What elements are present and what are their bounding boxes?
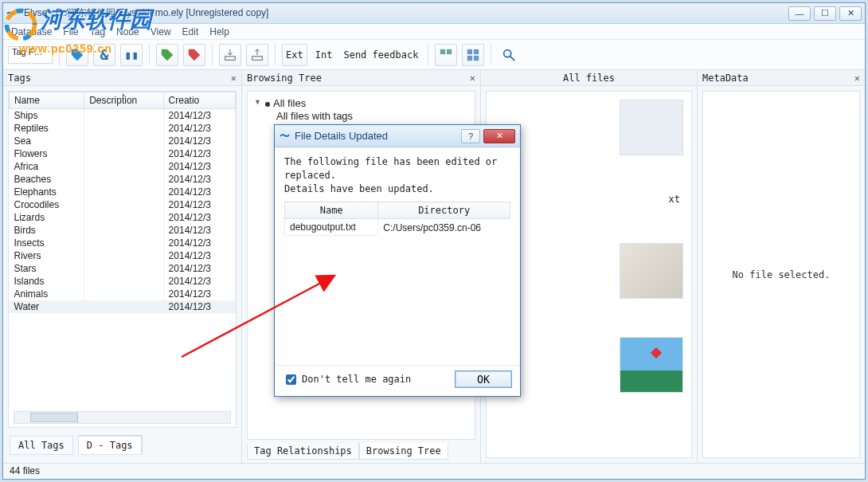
tab-d-tags[interactable]: D - Tags — [78, 436, 142, 455]
dont-tell-input[interactable] — [286, 374, 296, 385]
menu-database[interactable]: Database — [11, 26, 52, 37]
tool-view2-button[interactable] — [462, 44, 484, 66]
file-thumbnail[interactable] — [620, 337, 683, 393]
table-row[interactable]: Insects2014/12/3 — [10, 237, 236, 249]
menu-node[interactable]: Node — [116, 26, 139, 37]
table-row[interactable]: Ships2014/12/3 — [10, 109, 236, 123]
dialog-titlebar[interactable]: 〜 File Details Updated ? ✕ — [275, 125, 520, 147]
maximize-button[interactable]: ☐ — [814, 6, 836, 21]
table-row[interactable]: Water2014/12/3 — [10, 300, 236, 313]
cell-name: Rivers — [10, 249, 84, 262]
tree-pane-close-icon[interactable]: ✕ — [470, 72, 475, 84]
toolbar-sep — [275, 45, 276, 65]
table-row[interactable]: Elephants2014/12/3 — [10, 186, 236, 198]
tags-col-description[interactable]: ▴Description — [84, 92, 163, 109]
menu-file[interactable]: File — [63, 26, 78, 37]
tab-browsing-tree[interactable]: Browsing Tree — [359, 443, 448, 460]
table-row[interactable]: Flowers2014/12/3 — [10, 147, 236, 160]
tool-tag-green-button[interactable] — [156, 44, 178, 66]
table-row[interactable]: Sea2014/12/3 — [10, 135, 236, 147]
cell-date: 2014/12/3 — [163, 186, 235, 198]
svg-rect-4 — [467, 49, 472, 53]
tags-pane-close-icon[interactable]: ✕ — [231, 72, 237, 84]
dialog-close-button[interactable]: ✕ — [483, 129, 515, 143]
file-name-fragment: xt — [669, 194, 683, 205]
cell-date: 2014/12/3 — [163, 135, 235, 147]
scrollbar-thumb[interactable] — [30, 413, 78, 422]
tool-search-button[interactable] — [498, 44, 520, 66]
cell-name: Birds — [10, 224, 84, 237]
dialog-col-name[interactable]: Name — [285, 202, 378, 219]
tool-tag-red-button[interactable] — [183, 44, 205, 66]
tool-export-button[interactable] — [246, 44, 268, 66]
tags-pane: Tags ✕ Name ▴Description Creatio Ships20… — [3, 70, 242, 463]
table-row[interactable]: Animals2014/12/3 — [10, 288, 236, 300]
table-row[interactable]: Reptiles2014/12/3 — [10, 122, 236, 135]
cell-desc — [84, 237, 163, 249]
metadata-pane-close-icon[interactable]: ✕ — [854, 72, 860, 84]
tags-hscrollbar[interactable] — [14, 411, 231, 424]
tab-tag-relationships[interactable]: Tag Relationships — [247, 443, 359, 460]
close-button[interactable]: ✕ — [839, 6, 862, 21]
cell-date: 2014/12/3 — [163, 122, 235, 135]
table-row[interactable]: Birds2014/12/3 — [10, 224, 236, 237]
dialog-row[interactable]: debugoutput.txt C:/Users/pc0359.cn-06 — [285, 219, 510, 236]
svg-point-8 — [504, 49, 511, 57]
cell-desc — [84, 186, 163, 198]
tags-col-name[interactable]: Name — [10, 92, 84, 109]
tags-table[interactable]: Name ▴Description Creatio Ships2014/12/3… — [9, 92, 236, 313]
toolbar-sep — [491, 45, 491, 65]
cell-name: Lizards — [10, 211, 84, 224]
tool-int-button[interactable]: Int — [312, 44, 336, 66]
metadata-empty-text: No file selected. — [733, 269, 831, 280]
cell-name: Flowers — [10, 147, 84, 160]
tool-ampersand-button[interactable]: & — [93, 44, 115, 66]
dialog-cell-name: debugoutput.txt — [285, 219, 378, 236]
tool-view1-button[interactable] — [435, 44, 457, 66]
tool-ext-button[interactable]: Ext — [282, 44, 307, 66]
tree-node-all-files[interactable]: All files — [254, 96, 468, 110]
titlebar[interactable]: 〜 Elyse - D:/河东软件园/Elyse/demo.ely [Unreg… — [3, 3, 865, 24]
table-row[interactable]: Stars2014/12/3 — [10, 262, 236, 275]
tool-tag-blue-button[interactable] — [66, 44, 88, 66]
cell-desc — [84, 262, 163, 275]
cell-desc — [84, 173, 163, 186]
cell-date: 2014/12/3 — [163, 198, 235, 211]
svg-rect-7 — [474, 55, 479, 60]
cell-date: 2014/12/3 — [163, 275, 235, 288]
table-row[interactable]: Lizards2014/12/3 — [10, 211, 236, 224]
tool-send-feedback-button[interactable]: Send feedback — [340, 44, 421, 66]
svg-rect-6 — [467, 55, 472, 60]
menu-edit[interactable]: Edit — [182, 26, 199, 37]
tree-node[interactable]: All files with tags — [254, 110, 468, 122]
file-thumbnail[interactable] — [620, 243, 683, 299]
tool-import-button[interactable] — [219, 44, 241, 66]
svg-rect-0 — [225, 56, 236, 60]
menu-help[interactable]: Help — [209, 26, 229, 37]
svg-rect-1 — [252, 56, 263, 60]
minimize-button[interactable]: — — [788, 6, 811, 21]
toolbar-sep — [212, 45, 213, 65]
table-row[interactable]: Africa2014/12/3 — [10, 160, 236, 173]
dialog-help-button[interactable]: ? — [461, 129, 480, 143]
tag-filter-box[interactable]: Tag F… — [8, 46, 53, 64]
tab-all-tags[interactable]: All Tags — [10, 436, 73, 455]
table-row[interactable]: Beaches2014/12/3 — [10, 173, 236, 186]
svg-rect-5 — [474, 49, 479, 53]
ok-button[interactable]: OK — [455, 370, 512, 388]
svg-rect-3 — [447, 49, 452, 53]
dialog-col-directory[interactable]: Directory — [378, 202, 510, 219]
toolbar-sep — [428, 45, 428, 65]
cell-desc — [84, 147, 163, 160]
cell-desc — [84, 135, 163, 147]
table-row[interactable]: Islands2014/12/3 — [10, 275, 236, 288]
table-row[interactable]: Rivers2014/12/3 — [10, 249, 236, 262]
dont-tell-checkbox[interactable]: Don't tell me again — [283, 372, 411, 387]
tags-col-creation[interactable]: Creatio — [163, 92, 235, 109]
metadata-pane-title: MetaData — [702, 72, 749, 84]
tool-pause-button[interactable]: ▮▮ — [120, 44, 143, 66]
table-row[interactable]: Crocodiles2014/12/3 — [10, 198, 236, 211]
file-thumbnail[interactable] — [620, 100, 683, 155]
menu-tag[interactable]: Tag — [90, 26, 105, 37]
menu-view[interactable]: View — [151, 26, 171, 37]
